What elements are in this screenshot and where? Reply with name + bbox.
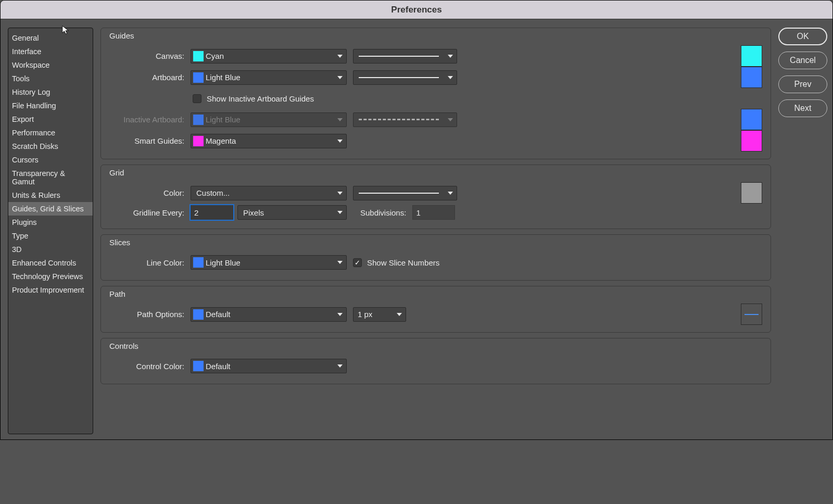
row-canvas: Canvas: Cyan — [109, 45, 762, 67]
sidebar-item-enhanced-controls[interactable]: Enhanced Controls — [8, 256, 93, 270]
chevron-down-icon — [334, 261, 346, 264]
artboard-swatch-icon — [193, 72, 204, 83]
row-smart-guides: Smart Guides: Magenta — [109, 130, 762, 152]
gridline-unit-value: Pixels — [243, 208, 334, 217]
window-title: Preferences — [391, 5, 441, 15]
canvas-label: Canvas: — [109, 52, 184, 60]
sidebar-item-history-log[interactable]: History Log — [8, 85, 93, 99]
sidebar-item-plugins[interactable]: Plugins — [8, 216, 93, 229]
artboard-swatch-preview[interactable] — [741, 67, 762, 88]
sidebar-item-scratch-disks[interactable]: Scratch Disks — [8, 140, 93, 153]
grid-line-style-select[interactable] — [353, 186, 457, 200]
grid-swatch-preview[interactable] — [741, 182, 762, 204]
line-solid-icon — [359, 56, 439, 57]
sidebar-item-tools[interactable]: Tools — [8, 72, 93, 85]
sidebar-item-export[interactable]: Export — [8, 112, 93, 126]
show-slice-numbers-checkbox[interactable] — [353, 258, 362, 267]
artboard-line-style-select[interactable] — [353, 70, 457, 85]
chevron-down-icon — [334, 55, 346, 58]
subdivisions-label: Subdivisions: — [360, 208, 406, 217]
content: Guides Canvas: Cyan Artboard: — [100, 28, 771, 434]
group-title-guides: Guides — [109, 31, 762, 40]
chevron-down-icon — [334, 192, 346, 195]
sidebar-item-interface[interactable]: Interface — [8, 45, 93, 58]
chevron-down-icon — [334, 211, 346, 214]
control-color-value: Default — [206, 362, 334, 371]
chevron-down-icon — [444, 192, 457, 195]
next-button[interactable]: Next — [778, 99, 827, 117]
subdivisions-input[interactable] — [412, 205, 455, 220]
row-gridline: Gridline Every: Pixels Subdivisions: — [109, 204, 762, 221]
chevron-down-icon — [334, 140, 346, 143]
artboard-color-select[interactable]: Light Blue — [191, 70, 347, 85]
sidebar: General Interface Workspace Tools Histor… — [8, 28, 93, 434]
control-swatch-icon — [193, 361, 204, 371]
path-options-select[interactable]: Default — [191, 307, 347, 322]
artboard-label: Artboard: — [109, 73, 184, 82]
line-solid-icon — [359, 77, 439, 78]
group-title-path: Path — [109, 289, 762, 298]
chevron-down-icon — [444, 76, 457, 79]
row-grid-color: Color: Custom... — [109, 182, 762, 204]
row-path-options: Path Options: Default 1 px — [109, 304, 762, 325]
smart-swatch-icon — [193, 136, 204, 146]
sidebar-item-units-rulers[interactable]: Units & Rulers — [8, 188, 93, 202]
chevron-down-icon — [444, 118, 457, 121]
inactive-artboard-line-style-select — [353, 112, 457, 127]
sidebar-item-product-improvement[interactable]: Product Improvement — [8, 283, 93, 297]
gridline-every-input[interactable] — [191, 205, 233, 220]
show-inactive-label: Show Inactive Artboard Guides — [207, 94, 314, 103]
chevron-down-icon — [444, 55, 457, 58]
slice-linecolor-label: Line Color: — [109, 258, 184, 267]
grid-color-select[interactable]: Custom... — [191, 186, 347, 200]
sidebar-item-performance[interactable]: Performance — [8, 126, 93, 140]
sidebar-item-workspace[interactable]: Workspace — [8, 58, 93, 72]
control-color-select[interactable]: Default — [191, 359, 347, 373]
path-thickness-select[interactable]: 1 px — [353, 307, 406, 322]
smart-guides-color-select[interactable]: Magenta — [191, 134, 347, 148]
row-artboard: Artboard: Light Blue — [109, 67, 762, 88]
button-column: OK Cancel Prev Next — [778, 28, 827, 434]
show-slice-numbers-wrap: Show Slice Numbers — [353, 258, 439, 267]
canvas-line-style-select[interactable] — [353, 49, 457, 64]
show-inactive-checkbox[interactable] — [193, 94, 201, 103]
sidebar-item-cursors[interactable]: Cursors — [8, 153, 93, 167]
sidebar-item-type[interactable]: Type — [8, 229, 93, 243]
prev-button[interactable]: Prev — [778, 75, 827, 93]
path-options-label: Path Options: — [109, 310, 184, 319]
line-dashed-icon — [359, 119, 439, 120]
canvas-color-select[interactable]: Cyan — [191, 49, 347, 64]
row-show-inactive: Show Inactive Artboard Guides — [193, 88, 762, 109]
canvas-swatch-icon — [193, 51, 204, 61]
group-title-grid: Grid — [109, 168, 762, 177]
smart-swatch-preview[interactable] — [741, 130, 762, 152]
body-area: General Interface Workspace Tools Histor… — [1, 19, 832, 439]
ok-button[interactable]: OK — [778, 28, 827, 45]
smart-guides-label: Smart Guides: — [109, 136, 184, 145]
cancel-button[interactable]: Cancel — [778, 52, 827, 69]
grid-color-label: Color: — [109, 188, 184, 197]
chevron-down-icon — [334, 118, 346, 121]
sidebar-item-technology-previews[interactable]: Technology Previews — [8, 270, 93, 283]
chevron-down-icon — [334, 76, 346, 79]
sidebar-item-general[interactable]: General — [8, 31, 93, 45]
canvas-color-value: Cyan — [206, 52, 334, 60]
slice-linecolor-select[interactable]: Light Blue — [191, 255, 347, 270]
row-slice-linecolor: Line Color: Light Blue Show Slice Number… — [109, 252, 762, 273]
sidebar-item-transparency-gamut[interactable]: Transparency & Gamut — [8, 167, 93, 188]
sidebar-item-file-handling[interactable]: File Handling — [8, 99, 93, 112]
group-grid: Grid Color: Custom... Gridline Every: — [100, 165, 771, 229]
slice-swatch-icon — [193, 257, 204, 268]
sidebar-item-guides-grid-slices[interactable]: Guides, Grid & Slices — [8, 202, 93, 216]
inactive-swatch-preview[interactable] — [741, 109, 762, 130]
group-slices: Slices Line Color: Light Blue Show Slice… — [100, 234, 771, 281]
inactive-artboard-color-select: Light Blue — [191, 112, 347, 127]
gridline-unit-select[interactable]: Pixels — [237, 205, 347, 220]
sidebar-item-3d[interactable]: 3D — [8, 243, 93, 256]
slice-linecolor-value: Light Blue — [206, 258, 334, 267]
group-controls: Controls Control Color: Default — [100, 338, 771, 384]
group-title-controls: Controls — [109, 342, 762, 350]
group-title-slices: Slices — [109, 238, 762, 247]
inactive-swatch-icon — [193, 115, 204, 125]
canvas-swatch-preview[interactable] — [741, 45, 762, 67]
